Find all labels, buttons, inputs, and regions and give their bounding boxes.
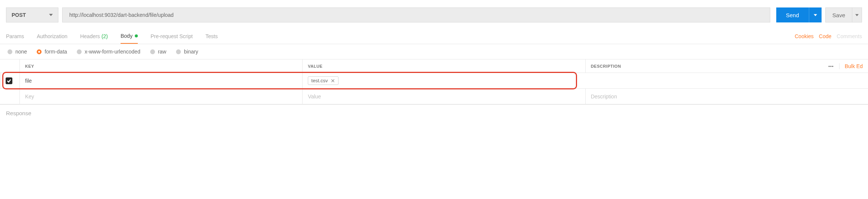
tab-tests[interactable]: Tests — [206, 28, 218, 44]
check-icon — [7, 79, 11, 83]
radio-dot-icon — [7, 49, 12, 54]
table-row-placeholder: Key Value Description — [0, 89, 868, 104]
radio-none[interactable]: none — [7, 49, 27, 55]
form-data-table: KEY VALUE DESCRIPTION ••• Bulk Ed file t… — [0, 59, 868, 104]
http-method-select[interactable]: POST — [6, 7, 58, 22]
url-input[interactable]: http://localhost:9032/dart-backend/file/… — [62, 7, 770, 22]
description-placeholder-cell[interactable]: Description — [585, 89, 868, 104]
col-header-description: DESCRIPTION — [591, 64, 621, 68]
col-header-key: KEY — [19, 59, 302, 73]
file-chip[interactable]: test.csv ✕ — [308, 76, 339, 85]
remove-file-icon[interactable]: ✕ — [331, 78, 335, 83]
radio-dot-icon — [150, 49, 155, 54]
caret-down-icon — [49, 13, 53, 17]
radio-form-data[interactable]: form-data — [37, 49, 67, 55]
more-options-icon[interactable]: ••• — [828, 64, 834, 68]
tab-authorization[interactable]: Authorization — [37, 28, 67, 44]
table-row: file test.csv ✕ — [0, 73, 868, 89]
key-cell[interactable]: file — [19, 73, 302, 88]
key-placeholder-cell[interactable]: Key — [19, 89, 302, 104]
description-cell[interactable] — [585, 73, 868, 88]
body-modified-indicator-icon — [135, 34, 138, 37]
tab-params[interactable]: Params — [6, 28, 24, 44]
file-chip-name: test.csv — [311, 78, 328, 83]
response-section-header: Response — [0, 104, 868, 122]
caret-down-icon — [855, 13, 859, 17]
http-method-value: POST — [12, 12, 26, 18]
radio-raw[interactable]: raw — [150, 49, 167, 55]
url-value: http://localhost:9032/dart-backend/file/… — [69, 12, 174, 18]
save-dropdown-button[interactable] — [852, 7, 862, 22]
radio-binary[interactable]: binary — [176, 49, 198, 55]
bulk-edit-link[interactable]: Bulk Ed — [839, 63, 863, 69]
link-code[interactable]: Code — [819, 33, 831, 39]
headers-count-badge: (2) — [101, 33, 108, 39]
value-cell[interactable]: test.csv ✕ — [302, 73, 585, 88]
send-button[interactable]: Send — [776, 7, 809, 22]
caret-down-icon — [814, 13, 817, 17]
value-placeholder-cell[interactable]: Value — [302, 89, 585, 104]
send-dropdown-button[interactable] — [809, 7, 822, 22]
radio-dot-icon — [77, 49, 82, 54]
radio-dot-icon — [37, 49, 42, 54]
row-checkbox[interactable] — [6, 77, 12, 84]
link-cookies[interactable]: Cookies — [795, 33, 814, 39]
tab-body[interactable]: Body — [121, 28, 138, 44]
radio-urlencoded[interactable]: x-www-form-urlencoded — [77, 49, 140, 55]
link-comments[interactable]: Comments — [837, 33, 862, 39]
radio-dot-icon — [176, 49, 181, 54]
save-button[interactable]: Save — [825, 7, 852, 22]
tab-headers[interactable]: Headers (2) — [80, 28, 108, 44]
tab-pre-request[interactable]: Pre-request Script — [151, 28, 193, 44]
col-header-value: VALUE — [302, 59, 585, 73]
